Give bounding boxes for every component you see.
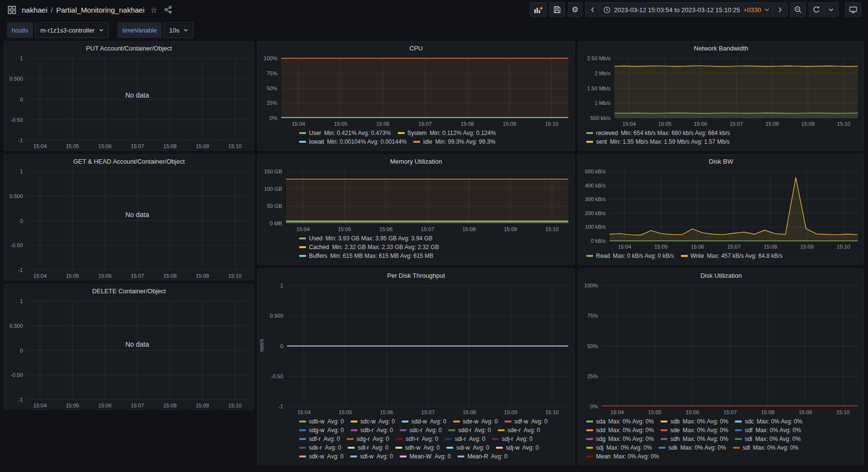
legend-item-sdb-r[interactable]: sdb-rAvg: 0 (351, 426, 393, 435)
add-panel-button[interactable] (530, 2, 546, 17)
legend-item-sdf-r[interactable]: sdf-rAvg: 0 (299, 435, 340, 443)
legend-item-sdf-w[interactable]: sdf-wAvg: 0 (505, 417, 547, 426)
legend-item-sdi-r[interactable]: sdi-rAvg: 0 (445, 435, 485, 443)
panel-title[interactable]: Per Disk Throughput (258, 269, 574, 282)
save-dashboard-button[interactable] (549, 2, 565, 17)
dashboard-settings-button[interactable]: ⚙ (568, 2, 582, 17)
series-label: sdj-r (502, 435, 513, 443)
legend-item-sdc-r[interactable]: sdc-rAvg: 0 (400, 426, 442, 435)
refresh-interval-dropdown[interactable] (824, 2, 838, 17)
series-color-swatch (351, 429, 357, 431)
legend-item-sdd-r[interactable]: sdd-rAvg: 0 (448, 426, 491, 435)
legend-item-sdf[interactable]: sdfMax: 0% Avg: 0% (735, 426, 801, 435)
breadcrumb-dashboard[interactable]: Partial_Monitoring_nakhaei (56, 6, 145, 14)
legend-item-sde[interactable]: sdeMax: 0% Avg: 0% (661, 426, 728, 435)
legend-item-sdh-w[interactable]: sdh-wAvg: 0 (395, 443, 440, 452)
legend-item-sdg-w[interactable]: sdg-wAvg: 0 (299, 426, 344, 435)
x-tick-label: 15:06 (374, 226, 398, 233)
legend-item-sde-r[interactable]: sde-rAvg: 0 (498, 426, 540, 435)
legend-item-Read[interactable]: ReadMax: 0 kB/s Avg: 0 kB/s (586, 252, 674, 260)
panel-title[interactable]: CPU (258, 42, 574, 54)
series-color-swatch (395, 447, 402, 449)
legend-item-Iowait[interactable]: IowaitMin: 0.00104% Avg: 0.00144% (299, 137, 407, 146)
y-tick-label: 100 kB/s (579, 223, 606, 230)
legend-item-sda[interactable]: sdaMax: 0% Avg: 0% (586, 417, 654, 426)
legend-item-recieved[interactable]: recievedMin: 654 kb/s Max: 680 kb/s Avg:… (586, 129, 730, 137)
panel-title[interactable]: DELETE Container/Object (4, 285, 254, 297)
legend-item-sdb[interactable]: sdbMax: 0% Avg: 0% (661, 417, 728, 426)
panel-title[interactable]: Disk BW (579, 155, 864, 168)
star-dashboard-icon[interactable]: ☆ (150, 4, 158, 16)
legend-item-sdl-w[interactable]: sdl-wAvg: 0 (350, 452, 393, 461)
legend-item-User[interactable]: UserMin: 0.421% Avg: 0.473% (299, 129, 391, 137)
panel-per-disk-throughput: Per Disk Throughput 10.5000-0.50-115:041… (257, 269, 575, 465)
series-label: Write (691, 252, 704, 260)
gethead-chart[interactable]: 10.5000-0.50-115:0415:0515:0615:0715:081… (4, 168, 254, 280)
legend-item-sdj-r[interactable]: sdj-rAvg: 0 (492, 435, 532, 443)
variable-timevariable-label[interactable]: timeVariable (118, 22, 162, 38)
memory-legend: UsedMin: 3.93 GB Max: 3.95 GB Avg: 3.94 … (258, 233, 574, 264)
legend-item-sdh[interactable]: sdhMax: 0% Avg: 0% (661, 435, 728, 443)
panel-title[interactable]: Network Bandwidth (579, 42, 864, 54)
share-dashboard-icon[interactable] (163, 5, 173, 15)
series-stats: Min: 615 MB Max: 615 MB Avg: 615 MB (330, 252, 434, 260)
legend-item-Buffers[interactable]: BuffersMin: 615 MB Max: 615 MB Avg: 615 … (299, 252, 433, 260)
legend-item-Used[interactable]: UsedMin: 3.93 GB Max: 3.95 GB Avg: 3.94 … (299, 234, 433, 243)
legend-item-Cached[interactable]: CachedMin: 2.32 GB Max: 2.33 GB Avg: 2.3… (299, 243, 439, 252)
legend-item-Mean-W[interactable]: Mean-WAvg: 0 (400, 452, 451, 461)
breadcrumb-team[interactable]: nakhaei (22, 6, 48, 14)
legend-item-sdk-r[interactable]: sdk-rAvg: 0 (299, 443, 341, 452)
x-tick-label: 15:10 (223, 402, 247, 409)
legend-item-sdj[interactable]: sdjMax: 0% Avg: 0% (586, 443, 652, 452)
legend-item-sdh-r[interactable]: sdh-rAvg: 0 (396, 435, 438, 443)
diskutil-chart[interactable]: 100%75%50%25%0%15:0415:0515:0615:0715:08… (579, 282, 864, 416)
variable-hostls-label[interactable]: hostls (7, 22, 33, 38)
legend-item-System[interactable]: SystemMin: 0.112% Avg: 0.124% (398, 129, 496, 137)
legend-item-sent[interactable]: sentMin: 1.55 Mb/s Max: 1.59 Mb/s Avg: 1… (586, 137, 730, 146)
delete-chart[interactable]: 10.5000-0.50-115:0415:0515:0615:0715:081… (4, 297, 254, 409)
series-color-swatch (505, 421, 511, 422)
perdisk-chart[interactable]: 10.5000-0.50-115:0415:0515:0615:0715:081… (258, 282, 574, 416)
series-color-swatch (661, 421, 667, 422)
dashboards-grid-icon[interactable] (7, 5, 17, 15)
legend-item-Write[interactable]: WriteMax: 457 kB/s Avg: 64.8 kB/s (681, 252, 783, 260)
time-range-picker-button[interactable]: 2023-03-12 15:03:54 to 2023-03-12 15:10:… (599, 2, 773, 17)
legend-item-sdj-w[interactable]: sdj-wAvg: 0 (496, 443, 539, 452)
put-chart[interactable]: 10.5000-0.50-115:0415:0515:0615:0715:081… (4, 54, 254, 150)
panel-title[interactable]: PUT Account/Container/Object (4, 42, 254, 54)
panel-title[interactable]: Disk Utilization (579, 269, 864, 282)
time-shift-back-button[interactable] (585, 2, 600, 17)
legend-item-sdd-w[interactable]: sdd-wAvg: 0 (402, 417, 446, 426)
legend-item-sdc[interactable]: sdcMax: 0% Avg: 0% (735, 417, 802, 426)
legend-item-sdb-w[interactable]: sdb-wAvg: 0 (299, 417, 344, 426)
panel-title[interactable]: GET & HEAD Account/Container/Object (4, 155, 254, 168)
variable-timevariable-dropdown[interactable]: 10s (164, 22, 193, 38)
legend-item-Mean[interactable]: MeanMax: 0% Avg: 0% (586, 452, 659, 461)
cpu-chart[interactable]: 100%75%50%25%0%15:0415:0515:0615:0715:08… (258, 54, 574, 128)
zoom-out-time-button[interactable] (790, 2, 806, 17)
legend-item-sdi-w[interactable]: sdi-wAvg: 0 (446, 443, 489, 452)
legend-item-sde-w[interactable]: sde-wAvg: 0 (453, 417, 498, 426)
legend-item-sdl[interactable]: sdlMax: 0% Avg: 0% (733, 443, 799, 452)
legend-item-sdi[interactable]: sdiMax: 0% Avg: 0% (735, 435, 800, 443)
memory-chart[interactable]: 150 GB100 GB50 GB0 MB15:0415:0515:0615:0… (258, 168, 574, 233)
time-shift-forward-button[interactable] (773, 2, 787, 17)
legend-item-sdd[interactable]: sddMax: 0% Avg: 0% (586, 426, 654, 435)
legend-item-sdc-w[interactable]: sdc-wAvg: 0 (351, 417, 395, 426)
legend-item-sdk-w[interactable]: sdk-wAvg: 0 (299, 452, 343, 461)
legend-item-sdk[interactable]: sdkMax: 0% Avg: 0% (659, 443, 726, 452)
kiosk-mode-button[interactable] (845, 2, 861, 17)
refresh-dashboard-button[interactable] (809, 2, 824, 17)
network-chart[interactable]: 2.50 Mb/s2 Mb/s1.50 Mb/s1 Mb/s500 kb/s15… (579, 54, 864, 128)
legend-item-sdg[interactable]: sdgMax: 0% Avg: 0% (586, 435, 654, 443)
legend-item-sdl-r[interactable]: sdl-rAvg: 0 (348, 443, 388, 452)
x-tick-label: 15:05 (643, 409, 667, 416)
variable-hostls-dropdown[interactable]: m-r1z1s3-controller (35, 22, 109, 38)
series-stats: Avg: 0 (481, 417, 498, 426)
legend-item-sdg-r[interactable]: sdg-rAvg: 0 (347, 435, 389, 443)
panel-title[interactable]: Memory Utilization (258, 155, 574, 168)
diskbw-chart[interactable]: 500 kB/s400 kB/s300 kB/s200 kB/s100 kB/s… (579, 168, 864, 251)
series-color-swatch (299, 438, 306, 440)
legend-item-Mean-R[interactable]: Mean-RAvg: 0 (458, 452, 508, 461)
legend-item-idle[interactable]: idleMin: 99.3% Avg: 99.3% (413, 137, 495, 146)
